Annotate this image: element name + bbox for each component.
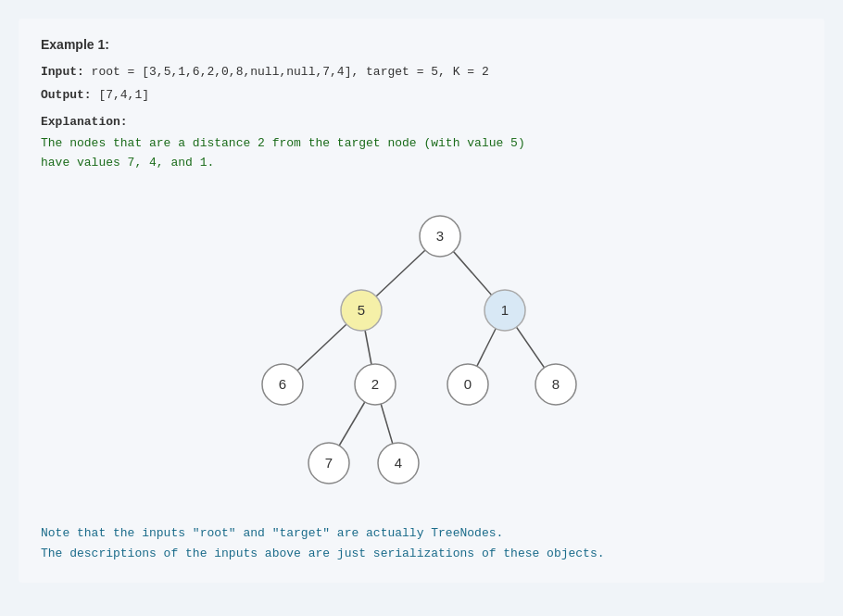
tree-node-4-label: 4 bbox=[395, 455, 402, 471]
note-line1: Note that the inputs "root" and "target"… bbox=[41, 523, 802, 544]
main-container: Example 1: Input: root = [3,5,1,6,2,0,8,… bbox=[19, 19, 824, 583]
input-label: Input: bbox=[41, 65, 84, 79]
explanation-label: Explanation: bbox=[41, 115, 802, 129]
note-section: Note that the inputs "root" and "target"… bbox=[41, 523, 802, 564]
tree-svg: 3 5 1 6 2 0 8 7 4 bbox=[218, 190, 625, 505]
tree-node-2-label: 2 bbox=[371, 376, 379, 392]
output-label: Output: bbox=[41, 88, 92, 102]
tree-node-3-label: 3 bbox=[436, 228, 444, 244]
tree-node-0-label: 0 bbox=[464, 376, 472, 392]
tree-node-6-label: 6 bbox=[279, 376, 286, 392]
output-line: Output: [7,4,1] bbox=[41, 88, 802, 102]
explanation-line2: have values 7, 4, and 1. bbox=[41, 154, 802, 173]
tree-node-1-label: 1 bbox=[501, 302, 509, 318]
explanation-text: The nodes that are a distance 2 from the… bbox=[41, 134, 802, 173]
tree-node-5-label: 5 bbox=[358, 302, 365, 318]
example-title: Example 1: bbox=[41, 37, 802, 52]
tree-node-7-label: 7 bbox=[325, 455, 333, 471]
tree-diagram: 3 5 1 6 2 0 8 7 4 bbox=[41, 190, 802, 505]
tree-node-8-label: 8 bbox=[552, 376, 560, 392]
input-line: Input: root = [3,5,1,6,2,0,8,null,null,7… bbox=[41, 65, 802, 79]
input-value: root = [3,5,1,6,2,0,8,null,null,7,4], ta… bbox=[84, 65, 489, 79]
note-line2: The descriptions of the inputs above are… bbox=[41, 544, 802, 564]
explanation-line1: The nodes that are a distance 2 from the… bbox=[41, 134, 802, 154]
output-value: [7,4,1] bbox=[92, 88, 149, 102]
